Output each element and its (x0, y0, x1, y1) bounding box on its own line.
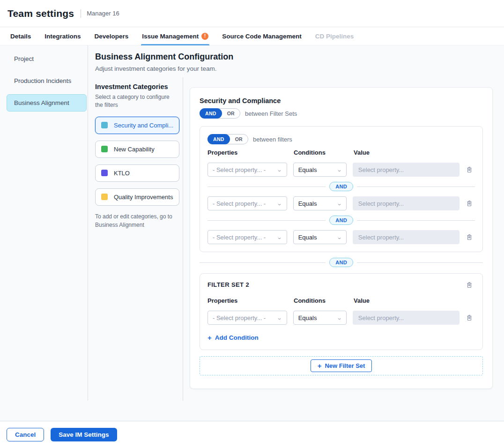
footer-actions: Cancel Save IM Settings (0, 421, 504, 448)
filter-column-headers: Properties Conditions Value (208, 297, 475, 304)
properties-header: Properties (208, 149, 288, 156)
value-input[interactable] (353, 230, 460, 244)
toggle-and-segment[interactable]: AND (208, 134, 230, 144)
toggle-or-segment[interactable]: OR (230, 136, 248, 142)
section-header: Business Alignment Configuration Adjust … (95, 52, 233, 72)
chevron-down-icon: ⌄ (277, 167, 282, 173)
tab-integrations[interactable]: Integrations (44, 27, 81, 45)
delete-filter-button[interactable] (466, 200, 473, 207)
between-sets-label: between Filter Sets (245, 110, 297, 117)
category-security-and-compliance[interactable]: Security and Compli... (95, 117, 179, 134)
value-input[interactable] (353, 196, 460, 210)
category-new-capability[interactable]: New Capability (95, 141, 179, 158)
sidebar-item-business-alignment[interactable]: Business Alignment (7, 94, 87, 112)
section-subtitle: Adjust investment categories for your te… (95, 65, 233, 72)
delete-filter-button[interactable] (466, 233, 473, 241)
team-name-label: Manager 16 (87, 10, 119, 17)
category-color-swatch (101, 122, 108, 128)
page-title: Team settings (7, 8, 74, 19)
trash-icon (466, 314, 473, 321)
investment-categories-column: Investment Categories Select a category … (95, 83, 180, 229)
sidebar-item-production-incidents[interactable]: Production Incidents (7, 72, 87, 90)
new-filter-set-button[interactable]: + New Filter Set (311, 359, 372, 372)
property-select[interactable]: - Select property... - ⌄ (208, 163, 287, 177)
and-or-toggle-sets[interactable]: AND OR (200, 108, 240, 119)
conditions-header: Conditions (294, 297, 348, 304)
trash-icon (466, 281, 473, 289)
toggle-or-segment[interactable]: OR (222, 111, 240, 116)
condition-select[interactable]: Equals ⌄ (293, 163, 347, 177)
between-sets-connector: AND (200, 258, 483, 267)
section-title: Business Alignment Configuration (95, 52, 233, 62)
filter-row-1: - Select property... - ⌄ Equals ⌄ (208, 311, 475, 325)
filter-column-headers: Properties Conditions Value (208, 149, 475, 156)
value-header: Value (354, 149, 461, 156)
sidebar-item-project[interactable]: Project (7, 50, 87, 67)
properties-header: Properties (208, 297, 288, 304)
app-header: Team settings Manager 16 (0, 0, 504, 27)
content-area: Project Production Incidents Business Al… (0, 45, 504, 421)
trash-icon (466, 166, 473, 173)
filter-row-1: - Select property... - ⌄ Equals ⌄ (208, 163, 475, 177)
new-filter-set-dropzone: + New Filter Set (200, 356, 483, 375)
settings-tabbar: Details Integrations Developers Issue Ma… (0, 27, 504, 45)
conditions-header: Conditions (294, 149, 348, 156)
property-select[interactable]: - Select property... - ⌄ (208, 196, 287, 210)
tab-developers[interactable]: Developers (95, 27, 129, 45)
categories-hint: Select a category to configure the filte… (95, 93, 175, 110)
chevron-down-icon: ⌄ (336, 234, 342, 240)
filter-set-2-header: FILTER SET 2 (208, 281, 475, 289)
chevron-down-icon: ⌄ (336, 167, 342, 173)
category-label: Security and Compli... (114, 122, 173, 129)
category-label: KTLO (114, 170, 130, 177)
delete-filter-set-button[interactable] (466, 281, 473, 289)
and-connector-pill: AND (329, 216, 353, 225)
plus-icon: + (208, 334, 212, 341)
plus-icon: + (318, 362, 322, 369)
tab-source-code-management[interactable]: Source Code Management (222, 27, 302, 45)
and-connector: AND (208, 216, 475, 225)
team-settings-page: Team settings Manager 16 Details Integra… (0, 0, 504, 448)
and-or-toggle-filters[interactable]: AND OR (208, 134, 248, 144)
warning-icon: ! (201, 33, 208, 40)
title-separator (81, 9, 81, 18)
condition-select[interactable]: Equals ⌄ (293, 311, 347, 325)
tab-issue-management[interactable]: Issue Management ! (142, 27, 208, 45)
value-header: Value (354, 297, 461, 304)
property-select[interactable]: - Select property... - ⌄ (208, 311, 287, 325)
save-im-settings-button[interactable]: Save IM Settings (51, 428, 117, 441)
delete-filter-button[interactable] (466, 314, 473, 321)
category-color-swatch (101, 194, 108, 200)
filter-set-2-title: FILTER SET 2 (208, 281, 249, 288)
and-connector-pill: AND (329, 182, 353, 191)
tab-details[interactable]: Details (10, 27, 31, 45)
condition-select[interactable]: Equals ⌄ (293, 196, 347, 210)
between-filters-toggle-row: AND OR between filters (208, 134, 475, 144)
category-ktlo[interactable]: KTLO (95, 164, 179, 182)
selected-category-title: Security and Compliance (200, 97, 483, 105)
category-color-swatch (101, 170, 108, 176)
chevron-down-icon: ⌄ (277, 315, 282, 321)
cancel-button[interactable]: Cancel (7, 428, 44, 441)
and-connector: AND (208, 182, 475, 191)
filter-row-3: - Select property... - ⌄ Equals ⌄ (208, 230, 475, 244)
toggle-and-segment[interactable]: AND (200, 108, 222, 119)
trash-icon (466, 200, 473, 207)
category-color-swatch (101, 146, 108, 152)
filter-set-2: FILTER SET 2 Properties Conditions Value… (200, 273, 483, 350)
filter-row-2: - Select property... - ⌄ Equals ⌄ (208, 196, 475, 210)
chevron-down-icon: ⌄ (336, 201, 342, 207)
delete-filter-button[interactable] (466, 166, 473, 173)
settings-sidebar: Project Production Incidents Business Al… (0, 45, 88, 401)
between-sets-toggle-row: AND OR between Filter Sets (200, 108, 483, 119)
value-input[interactable] (353, 163, 460, 177)
chevron-down-icon: ⌄ (277, 201, 282, 207)
property-select[interactable]: - Select property... - ⌄ (208, 230, 287, 244)
condition-select[interactable]: Equals ⌄ (293, 230, 347, 244)
category-quality-improvements[interactable]: Quality Improvements (95, 188, 179, 206)
categories-title: Investment Categories (95, 83, 180, 90)
add-condition-button[interactable]: + Add Condition (208, 334, 259, 341)
tab-cd-pipelines: CD Pipelines (315, 27, 354, 45)
column-divider (183, 77, 183, 401)
value-input[interactable] (353, 311, 460, 325)
